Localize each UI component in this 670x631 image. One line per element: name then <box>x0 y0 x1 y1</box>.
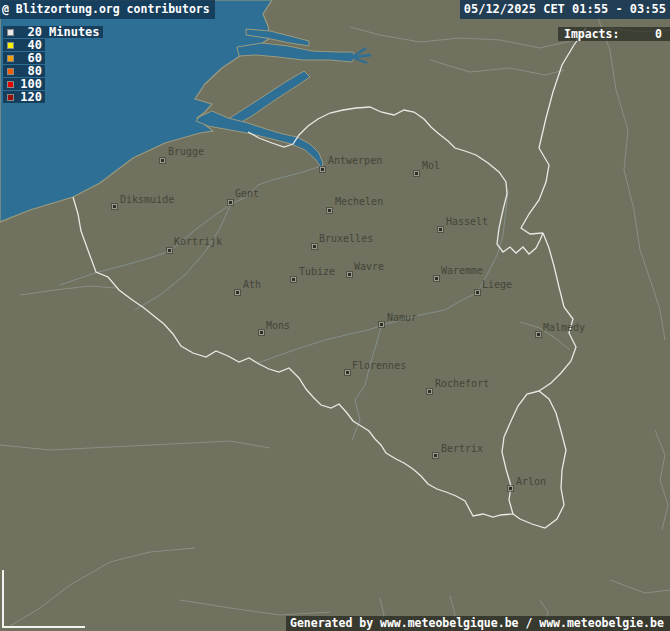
footer-credit-bar: Generated by www.meteobelgique.be / www.… <box>286 616 670 631</box>
attribution-bar: @ Blitzortung.org contributors <box>0 0 215 19</box>
city-label-antwerpen: Antwerpen <box>328 156 382 166</box>
legend-swatch-icon <box>7 55 14 62</box>
legend-swatch-icon <box>7 29 14 36</box>
city-label-arlon: Arlon <box>516 477 546 487</box>
city-label-ath: Ath <box>243 280 261 290</box>
legend-swatch-icon <box>7 81 14 88</box>
legend-minutes-value: 40 <box>20 38 42 52</box>
scale-bar-horizontal <box>2 626 85 628</box>
city-marker-waremme <box>434 276 439 281</box>
city-label-florennes: Florennes <box>352 361 406 371</box>
scale-bar-vertical <box>2 570 4 628</box>
city-label-kortrijk: Kortrijk <box>174 237 222 247</box>
city-marker-mol <box>414 171 419 176</box>
city-label-hasselt: Hasselt <box>446 217 488 227</box>
legend-row-60: 60 <box>3 52 45 64</box>
legend-swatch-icon <box>7 42 14 49</box>
city-label-bertrix: Bertrix <box>441 444 483 454</box>
city-marker-mechelen <box>327 208 332 213</box>
city-label-diksmuide: Diksmuide <box>120 195 174 205</box>
city-marker-hasselt <box>438 227 443 232</box>
legend-row-100: 100 <box>3 78 45 90</box>
city-marker-tubize <box>291 277 296 282</box>
legend-row-120: 120 <box>3 91 45 103</box>
city-label-liege: Liege <box>482 280 512 290</box>
lightning-map-page: BruggeAntwerpenMolDiksmuideGentMechelenH… <box>0 0 670 631</box>
legend-minutes-value: 20 <box>20 25 42 39</box>
city-label-bruxelles: Bruxelles <box>319 234 373 244</box>
city-marker-bruxelles <box>312 244 317 249</box>
city-label-wavre: Wavre <box>354 262 384 272</box>
legend-row-20: 20Minutes <box>3 26 103 38</box>
legend-row-80: 80 <box>3 65 45 77</box>
city-marker-bertrix <box>433 453 438 458</box>
city-marker-brugge <box>160 158 165 163</box>
city-marker-kortrijk <box>167 248 172 253</box>
legend-minutes-value: 60 <box>20 51 42 65</box>
legend-swatch-icon <box>7 94 14 101</box>
city-label-mechelen: Mechelen <box>335 197 383 207</box>
city-marker-liege <box>475 290 480 295</box>
impacts-label: Impacts: <box>564 27 619 41</box>
city-label-malmedy: Malmedy <box>543 323 585 333</box>
city-label-mol: Mol <box>422 161 440 171</box>
city-label-mons: Mons <box>266 321 290 331</box>
city-label-rochefort: Rochefort <box>435 379 489 389</box>
city-marker-gent <box>228 200 233 205</box>
city-marker-mons <box>259 330 264 335</box>
city-label-gent: Gent <box>235 189 259 199</box>
legend-minutes-value: 100 <box>20 77 42 91</box>
city-label-namur: Namur <box>387 313 417 323</box>
legend-swatch-icon <box>7 68 14 75</box>
impacts-value: 0 <box>655 27 662 41</box>
legend: 20Minutes406080100120 <box>3 26 103 104</box>
city-marker-ath <box>235 290 240 295</box>
legend-minutes-value: 120 <box>20 90 42 104</box>
datetime-bar: 05/12/2025 CET 01:55 - 03:55 <box>460 0 670 19</box>
city-marker-arlon <box>508 486 513 491</box>
legend-minutes-value: 80 <box>20 64 42 78</box>
city-marker-malmedy <box>536 332 541 337</box>
city-label-waremme: Waremme <box>441 266 483 276</box>
city-marker-diksmuide <box>112 204 117 209</box>
city-marker-florennes <box>345 370 350 375</box>
legend-unit-suffix: Minutes <box>49 25 100 39</box>
city-marker-namur <box>379 322 384 327</box>
city-marker-rochefort <box>427 389 432 394</box>
city-label-tubize: Tubize <box>299 267 335 277</box>
impacts-badge: Impacts: 0 <box>558 27 670 41</box>
city-marker-antwerpen <box>320 167 325 172</box>
city-label-brugge: Brugge <box>168 147 204 157</box>
legend-row-40: 40 <box>3 39 45 51</box>
city-marker-wavre <box>347 272 352 277</box>
